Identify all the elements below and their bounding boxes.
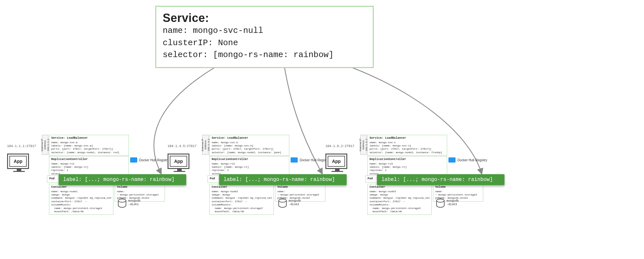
replication-controller-box: ReplicationController name: mongo-rc3 la…: [367, 156, 447, 176]
box-title: ReplicationController: [51, 158, 127, 162]
box-body: name: mongo-rc1 labels: [name: mongo-rc]…: [51, 162, 127, 176]
app-client: App: [7, 154, 31, 172]
service-loadbalancer-box: Service: LoadBalancer name: mongo-svc-c …: [367, 135, 447, 156]
pod-label-badge: label: [...; mongo-rs-name: rainbow]: [377, 174, 505, 185]
database-icon: [278, 199, 287, 208]
docker-icon: [448, 157, 456, 163]
external-ip-badge: External IP Address 104.1.1.1: [42, 135, 48, 155]
monitor-icon: App: [325, 154, 347, 169]
box-title: Container: [51, 185, 111, 189]
headless-service-box: Service: name: mongo-svc-null clusterIP:…: [155, 6, 374, 68]
disk-icon-group: mongodb -disk1: [118, 199, 140, 208]
docker-icon: [130, 157, 137, 163]
service-selector-line: selector: [mongo-rs-name: rainbow]: [163, 49, 366, 61]
docker-hub-registry: Docker Hub Registry: [291, 157, 329, 163]
docker-hub-registry: Docker Hub Registry: [448, 157, 487, 163]
replication-controller-box: ReplicationController name: mongo-rc1 la…: [49, 156, 129, 176]
replication-controller-box: ReplicationController name: mongo-rc2 la…: [209, 156, 289, 176]
docker-hub-registry: Docker Hub Registry: [130, 157, 169, 163]
external-ip-badge: External IP Address 104.1.4.5: [202, 135, 209, 155]
service-name-line: name: mongo-svc-null: [163, 25, 366, 37]
docker-icon: [291, 157, 298, 163]
container-box: Container name: mongo-node3 image: mongo…: [367, 184, 432, 215]
box-body: name: → mongo-persistent-storage1 pdName…: [117, 190, 163, 200]
container-box: Container name: mongo-node1 image: mongo…: [49, 184, 113, 215]
service-loadbalancer-box: Service: LoadBalancer name: mongo-svc-b …: [209, 135, 289, 156]
service-clusterip-line: clusterIP: None: [163, 37, 366, 49]
monitor-icon: App: [7, 154, 29, 169]
box-body: name: mongo-node1 image: mongo command: …: [51, 190, 111, 214]
database-icon: [436, 199, 445, 208]
monitor-icon: App: [168, 154, 189, 169]
database-icon: [118, 199, 126, 208]
box-body: name: mongo-svc-a labels: [name: mongo-s…: [51, 141, 127, 154]
app-label: App: [328, 156, 345, 167]
app-client: App: [325, 154, 349, 172]
external-ip-badge: External IP Address 104.1.6.2: [360, 135, 367, 155]
pod-label-badge: label: [...; mongo-rs-name: rainbow]: [59, 174, 186, 185]
disk-icon-group: mongodb -disk3: [436, 199, 459, 208]
docker-hub-label: Docker Hub Registry: [139, 158, 169, 162]
box-title: Service: LoadBalancer: [51, 136, 127, 140]
pod-label-badge: label: [...; mongo-rs-name: rainbow]: [219, 174, 347, 185]
box-title: Pod: [49, 177, 54, 180]
container-box: Container name: mongo-node2 image: mongo…: [209, 184, 274, 215]
app-label: App: [9, 156, 27, 167]
box-title: Volume: [117, 185, 163, 189]
external-ip-text: 104.1.1.1:27017: [7, 144, 36, 148]
app-label: App: [170, 156, 187, 167]
disk-icon-group: mongodb -disk2: [278, 199, 301, 208]
external-ip-text: 104.1.4.5:27017: [168, 144, 197, 148]
disk-label: mongodb -disk1: [128, 199, 140, 206]
app-client: App: [168, 154, 191, 172]
external-ip-text: 104.1.6.2:27017: [325, 144, 354, 148]
service-title: Service:: [163, 11, 366, 25]
service-loadbalancer-box: Service: LoadBalancer name: mongo-svc-a …: [49, 135, 129, 156]
